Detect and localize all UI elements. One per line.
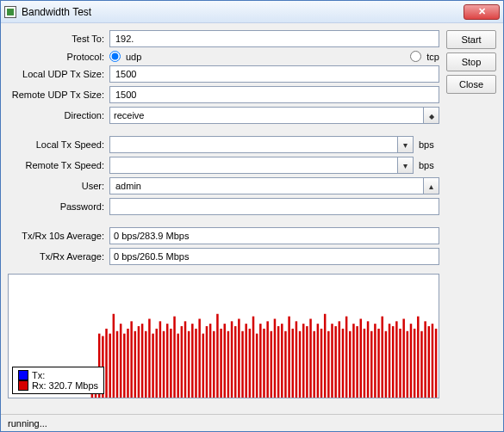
svg-rect-24 xyxy=(177,334,178,398)
side-column: Start Stop Close xyxy=(446,30,496,407)
svg-rect-54 xyxy=(284,331,286,398)
svg-rect-18 xyxy=(155,329,157,398)
test-to-input[interactable] xyxy=(114,33,435,45)
svg-rect-92 xyxy=(420,331,422,398)
svg-rect-81 xyxy=(381,317,383,398)
label-txrx-10s-avg: Tx/Rx 10s Average: xyxy=(8,231,109,241)
svg-rect-30 xyxy=(198,318,200,398)
svg-rect-42 xyxy=(241,331,243,398)
svg-rect-14 xyxy=(141,324,143,398)
svg-rect-55 xyxy=(288,317,289,398)
svg-rect-53 xyxy=(281,324,283,398)
user-dropdown-button[interactable] xyxy=(423,178,439,194)
close-icon: ✕ xyxy=(478,6,486,17)
svg-rect-48 xyxy=(263,329,264,398)
svg-rect-45 xyxy=(252,317,254,398)
window-body: Test To: Protocol: udp tcp Local UDP Tx … xyxy=(1,23,503,414)
svg-rect-89 xyxy=(410,324,412,398)
dropup-icon xyxy=(429,181,433,191)
svg-rect-74 xyxy=(356,326,358,398)
dropdown-icon xyxy=(403,139,408,150)
protocol-group: udp tcp xyxy=(109,51,439,62)
label-password: Password: xyxy=(8,201,109,212)
bps-suffix: bps xyxy=(414,160,439,170)
svg-rect-56 xyxy=(292,329,294,398)
svg-rect-31 xyxy=(202,334,204,398)
local-udp-tx-size-input[interactable] xyxy=(114,68,435,80)
svg-rect-51 xyxy=(274,318,276,398)
txrx-10s-avg-value: 0 bps/283.9 Mbps xyxy=(109,227,439,244)
svg-rect-82 xyxy=(385,331,387,398)
direction-value: receive xyxy=(114,110,423,120)
remote-udp-tx-size-input[interactable] xyxy=(114,89,435,101)
svg-rect-47 xyxy=(259,324,261,398)
label-protocol: Protocol: xyxy=(8,52,109,62)
password-field[interactable] xyxy=(109,198,439,215)
local-tx-speed-field[interactable] xyxy=(109,136,414,153)
test-to-field[interactable] xyxy=(109,30,439,47)
password-input[interactable] xyxy=(114,201,435,213)
dropdown-icon xyxy=(403,160,408,170)
titlebar: Bandwidth Test ✕ xyxy=(1,1,503,23)
radio-tcp[interactable] xyxy=(410,51,421,62)
user-field[interactable] xyxy=(109,177,439,194)
svg-rect-28 xyxy=(191,324,193,398)
svg-rect-49 xyxy=(266,321,268,398)
svg-rect-73 xyxy=(352,324,354,398)
svg-rect-22 xyxy=(170,329,171,398)
svg-rect-88 xyxy=(407,331,408,398)
svg-rect-12 xyxy=(134,331,136,398)
legend-rx-label: Rx: 320.7 Mbps xyxy=(32,380,98,391)
label-txrx-avg: Tx/Rx Average: xyxy=(8,251,109,262)
start-button[interactable]: Start xyxy=(446,30,496,49)
svg-rect-70 xyxy=(342,329,344,398)
bps-suffix: bps xyxy=(414,139,439,150)
svg-rect-62 xyxy=(313,331,314,398)
remote-tx-speed-dropdown-button[interactable] xyxy=(397,157,413,173)
local-tx-speed-dropdown-button[interactable] xyxy=(397,137,413,152)
stop-button[interactable]: Stop xyxy=(446,52,496,71)
svg-rect-68 xyxy=(334,326,336,398)
label-local-udp-tx-size: Local UDP Tx Size: xyxy=(8,69,109,79)
radio-udp[interactable] xyxy=(109,51,121,62)
svg-rect-72 xyxy=(349,331,351,398)
svg-rect-52 xyxy=(277,326,279,398)
svg-rect-66 xyxy=(327,331,329,398)
svg-rect-71 xyxy=(345,317,347,398)
svg-rect-84 xyxy=(392,326,394,398)
local-udp-tx-size-field[interactable] xyxy=(109,65,439,83)
svg-rect-19 xyxy=(159,321,161,398)
svg-rect-93 xyxy=(424,321,426,398)
svg-rect-32 xyxy=(206,326,208,398)
svg-rect-16 xyxy=(148,318,150,398)
svg-rect-25 xyxy=(181,326,183,398)
dropdown-icon xyxy=(429,110,434,120)
window-close-button[interactable]: ✕ xyxy=(464,4,500,20)
svg-rect-59 xyxy=(302,324,304,398)
user-input[interactable] xyxy=(114,180,423,192)
svg-rect-7 xyxy=(116,331,118,398)
svg-rect-34 xyxy=(213,331,215,398)
close-button[interactable]: Close xyxy=(446,75,496,94)
remote-udp-tx-size-field[interactable] xyxy=(109,86,439,103)
svg-rect-37 xyxy=(224,324,226,398)
svg-rect-86 xyxy=(399,329,401,398)
svg-rect-8 xyxy=(120,324,121,398)
direction-dropdown[interactable]: receive xyxy=(109,107,439,124)
status-bar: running... xyxy=(1,414,503,431)
svg-rect-57 xyxy=(296,321,297,398)
svg-rect-20 xyxy=(163,331,165,398)
svg-rect-67 xyxy=(331,324,333,398)
svg-rect-36 xyxy=(220,329,221,398)
svg-rect-50 xyxy=(271,331,272,398)
svg-rect-27 xyxy=(188,331,190,398)
svg-rect-17 xyxy=(152,334,153,398)
svg-rect-78 xyxy=(370,331,372,398)
svg-rect-69 xyxy=(339,321,340,398)
svg-rect-87 xyxy=(402,318,404,398)
svg-rect-76 xyxy=(364,329,365,398)
remote-tx-speed-field[interactable] xyxy=(109,157,414,174)
direction-dropdown-button[interactable] xyxy=(423,108,439,123)
svg-rect-60 xyxy=(306,326,308,398)
svg-rect-35 xyxy=(216,314,218,398)
